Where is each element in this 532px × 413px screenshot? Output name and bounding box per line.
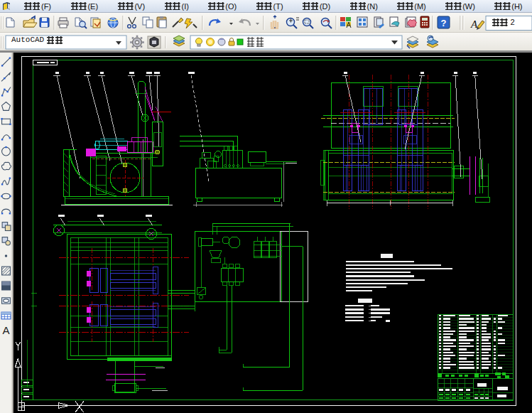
- svg-text:A: A: [2, 324, 10, 336]
- svg-text:A: A: [470, 18, 478, 30]
- svg-text:?: ?: [441, 18, 447, 28]
